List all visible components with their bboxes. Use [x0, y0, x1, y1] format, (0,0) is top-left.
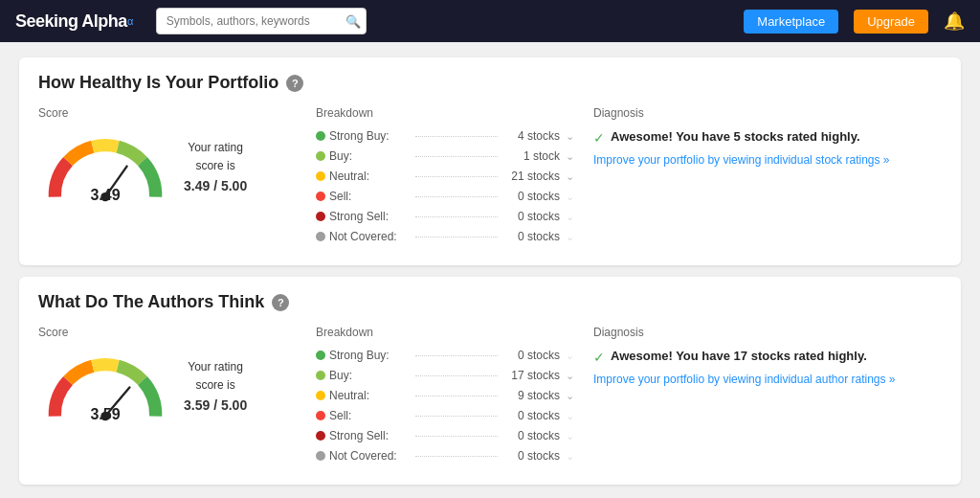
dot-buy-2: [316, 371, 325, 380]
dot-strong-sell-2: [316, 431, 325, 441]
label-neutral-2: Neutral:: [329, 389, 406, 402]
count-strong-buy: 4 stocks: [507, 129, 560, 143]
label-not-covered: Not Covered:: [329, 230, 406, 243]
dots-strong-buy: [415, 136, 498, 137]
portfolio-diagnosis-main: ✓ Awesome! You have 5 stocks rated highl…: [593, 129, 942, 146]
label-strong-buy-2: Strong Buy:: [329, 349, 406, 362]
portfolio-diagnosis-text: Awesome! You have 5 stocks rated highly.: [611, 129, 860, 144]
search-input[interactable]: [156, 8, 367, 34]
label-sell-2: Sell:: [329, 409, 406, 422]
breakdown-row: Strong Buy: 4 stocks ⌄: [316, 129, 574, 143]
breakdown-row: Strong Sell: 0 stocks ⌄: [316, 429, 574, 442]
chevron-buy[interactable]: ⌄: [566, 150, 574, 163]
breakdown-row: Not Covered: 0 stocks ⌄: [316, 449, 574, 463]
breakdown-row: Buy: 1 stock ⌄: [316, 149, 574, 163]
dots-buy: [415, 156, 498, 157]
search-bar: 🔍: [156, 8, 367, 34]
chevron-sell: ⌄: [566, 191, 574, 203]
label-buy: Buy:: [329, 149, 406, 163]
portfolio-help-icon[interactable]: ?: [286, 75, 303, 92]
authors-help-icon[interactable]: ?: [272, 294, 289, 311]
count-neutral-2: 9 stocks: [507, 389, 560, 402]
portfolio-gauge-container: 3.49 Your rating score is 3.49 / 5.00: [38, 129, 306, 206]
portfolio-diagnosis-label: Diagnosis: [593, 106, 942, 120]
portfolio-breakdown-section: Breakdown Strong Buy: 4 stocks ⌄ Buy: 1 …: [306, 106, 574, 250]
authors-title: What Do The Authors Think ?: [38, 292, 942, 312]
portfolio-rating-line2: score is: [195, 159, 234, 172]
authors-gauge-container: 3.59 Your rating score is 3.59 / 5.00: [38, 349, 306, 425]
chevron-neutral-2[interactable]: ⌄: [566, 390, 574, 402]
chevron-buy-2[interactable]: ⌄: [566, 370, 574, 382]
label-not-covered-2: Not Covered:: [329, 449, 406, 463]
breakdown-row: Neutral: 21 stocks ⌄: [316, 170, 574, 183]
check-icon: ✓: [593, 130, 605, 146]
count-buy-2: 17 stocks: [507, 369, 560, 382]
authors-score-label: Score: [38, 326, 306, 339]
upgrade-button[interactable]: Upgrade: [854, 10, 928, 34]
label-neutral: Neutral:: [329, 170, 406, 183]
breakdown-row: Sell: 0 stocks ⌄: [316, 409, 574, 422]
portfolio-score-section: Score: [38, 106, 306, 250]
main-content: How Healthy Is Your Portfolio ? Score: [0, 42, 980, 498]
chevron-not-covered-2: ⌄: [566, 450, 574, 463]
breakdown-row: Buy: 17 stocks ⌄: [316, 369, 574, 382]
authors-card: What Do The Authors Think ? Score: [19, 277, 961, 485]
header: Seeking Alphaα 🔍 Marketplace Upgrade 🔔: [0, 0, 980, 42]
authors-diagnosis-main: ✓ Awesome! You have 17 stocks rated high…: [593, 349, 942, 365]
count-not-covered: 0 stocks: [507, 230, 560, 243]
dots-sell: [415, 196, 498, 197]
label-strong-sell-2: Strong Sell:: [329, 429, 406, 442]
chevron-strong-buy-2: ⌄: [566, 350, 574, 362]
label-strong-buy: Strong Buy:: [329, 129, 406, 143]
dots-sell-2: [415, 416, 498, 417]
chevron-strong-buy[interactable]: ⌄: [566, 130, 574, 143]
dot-not-covered: [316, 232, 325, 241]
dot-sell-2: [316, 411, 325, 420]
chevron-strong-sell: ⌄: [566, 211, 574, 223]
chevron-strong-sell-2: ⌄: [566, 430, 574, 442]
dots-strong-buy-2: [415, 355, 498, 356]
authors-gauge-wrap: 3.59: [38, 349, 172, 425]
portfolio-card: How Healthy Is Your Portfolio ? Score: [19, 57, 961, 265]
logo-sup: α: [127, 15, 133, 27]
authors-diagnosis-section: Diagnosis ✓ Awesome! You have 17 stocks …: [574, 326, 942, 469]
authors-body: Score: [38, 326, 942, 469]
count-strong-sell-2: 0 stocks: [507, 429, 560, 442]
check-icon-2: ✓: [593, 350, 605, 365]
dots-strong-sell: [415, 216, 498, 217]
chevron-sell-2: ⌄: [566, 410, 574, 422]
portfolio-gauge-wrap: 3.49: [38, 129, 172, 206]
dots-buy-2: [415, 375, 498, 376]
marketplace-button[interactable]: Marketplace: [744, 10, 838, 34]
portfolio-title: How Healthy Is Your Portfolio ?: [38, 73, 942, 93]
count-not-covered-2: 0 stocks: [507, 449, 560, 463]
authors-breakdown-rows: Strong Buy: 0 stocks ⌄ Buy: 17 stocks ⌄: [316, 349, 574, 463]
authors-score-number: 3.59: [90, 406, 120, 423]
dot-neutral-2: [316, 391, 325, 400]
breakdown-row: Not Covered: 0 stocks ⌄: [316, 230, 574, 243]
portfolio-diagnosis-section: Diagnosis ✓ Awesome! You have 5 stocks r…: [574, 106, 942, 250]
portfolio-breakdown-rows: Strong Buy: 4 stocks ⌄ Buy: 1 stock ⌄: [316, 129, 574, 243]
portfolio-title-text: How Healthy Is Your Portfolio: [38, 73, 278, 93]
portfolio-diagnosis-link[interactable]: Improve your portfolio by viewing indivi…: [593, 153, 942, 167]
authors-score-section: Score: [38, 326, 306, 469]
authors-diagnosis-label: Diagnosis: [593, 326, 942, 339]
dots-strong-sell-2: [415, 436, 498, 437]
portfolio-breakdown-label: Breakdown: [316, 106, 574, 120]
authors-diagnosis-link[interactable]: Improve your portfolio by viewing indivi…: [593, 373, 942, 386]
authors-breakdown-label: Breakdown: [316, 326, 574, 339]
count-sell-2: 0 stocks: [507, 409, 560, 422]
count-strong-buy-2: 0 stocks: [507, 349, 560, 362]
portfolio-score-number: 3.49: [90, 187, 120, 204]
label-sell: Sell:: [329, 190, 406, 203]
breakdown-row: Strong Sell: 0 stocks ⌄: [316, 210, 574, 223]
chevron-neutral[interactable]: ⌄: [566, 170, 574, 183]
logo-text: Seeking Alpha: [15, 11, 127, 32]
authors-rating-text: Your rating score is 3.59 / 5.00: [184, 358, 247, 417]
breakdown-row: Neutral: 9 stocks ⌄: [316, 389, 574, 402]
portfolio-rating-text: Your rating score is 3.49 / 5.00: [184, 139, 247, 197]
dots-not-covered-2: [415, 456, 498, 457]
search-icon[interactable]: 🔍: [345, 14, 361, 29]
authors-rating-line1: Your rating: [188, 360, 243, 374]
bell-icon[interactable]: 🔔: [944, 11, 965, 32]
